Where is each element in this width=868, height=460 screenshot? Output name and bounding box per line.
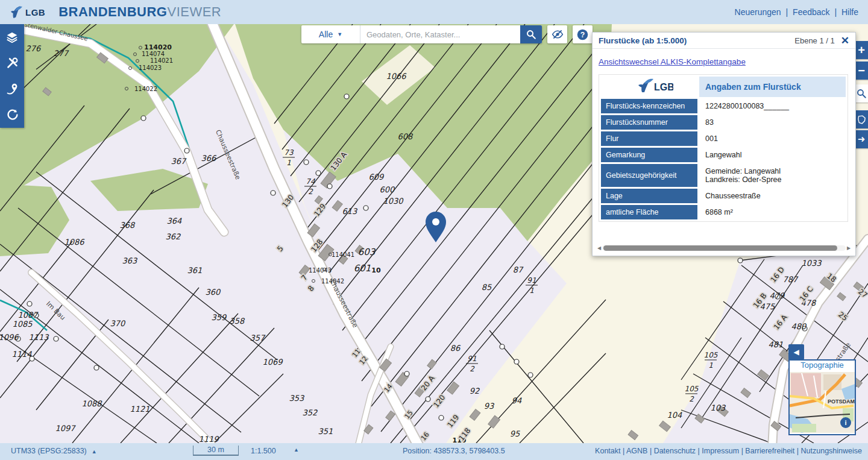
parcel-number-label: 114041 — [332, 251, 354, 258]
parcel-number-label: 370 — [110, 319, 127, 328]
row-label: Gebietszugehörigkeit — [601, 164, 697, 187]
parcel-number-label: 1114 — [11, 350, 32, 359]
scalebar-label: 30 m — [207, 446, 224, 454]
info-icon[interactable]: i — [840, 417, 851, 428]
row-value: 001 — [699, 131, 846, 146]
minimap-collapse-button[interactable]: ◀ — [788, 344, 804, 360]
link-kontakt[interactable]: Kontakt — [595, 447, 620, 455]
separator: | — [739, 447, 745, 455]
left-toolbar — [0, 24, 24, 128]
row-label: Lage — [601, 189, 697, 203]
scale-ratio: 1:1.500 — [251, 447, 276, 455]
minimap-city-label: POTSDAM — [828, 399, 855, 405]
help-icon: ? — [576, 28, 589, 41]
parcel-number-label: 1121 — [130, 405, 149, 414]
parcel-fraction-numerator: 91 — [467, 354, 476, 363]
parcel-number-label: 87 — [513, 265, 524, 274]
search-input[interactable] — [360, 25, 520, 43]
parcel-number-label: 361 — [187, 266, 203, 275]
minimap-panel[interactable]: Topographie POTSDAM i — [788, 359, 856, 435]
link-nutzungshinweise[interactable]: Nutzungshinweise — [801, 447, 862, 455]
parcel-number-label: 362 — [166, 232, 181, 241]
magnifier-icon — [856, 88, 867, 99]
search-icon — [526, 29, 536, 40]
layers-icon — [5, 31, 19, 44]
tools-button[interactable] — [0, 50, 24, 76]
hide-markers-button[interactable] — [547, 25, 567, 43]
svg-text:?: ? — [580, 30, 585, 39]
svg-text:LGB: LGB — [654, 82, 673, 92]
refresh-button[interactable] — [0, 102, 24, 128]
lgb-table-logo: LGB — [625, 77, 673, 95]
parcel-number-label: 480 — [791, 322, 808, 331]
table-header-cell: Angaben zum Flurstück — [699, 77, 846, 97]
separator: | — [620, 447, 626, 455]
link-feedback[interactable]: Feedback — [793, 7, 829, 17]
app-title: BRANDENBURGVIEWER — [58, 4, 221, 20]
parcel-number-label: 103 — [711, 403, 727, 412]
layers-button[interactable] — [0, 24, 24, 50]
parcel-number-label: 358 — [230, 317, 246, 326]
separator: | — [832, 7, 839, 17]
separator: | — [647, 447, 653, 455]
link-hilfe[interactable]: Hilfe — [841, 7, 858, 17]
parcel-fraction-denominator: 1 — [708, 361, 713, 370]
row-label: amtliche Fläche — [601, 205, 697, 219]
table-logo-cell: LGB — [601, 77, 697, 97]
parcel-number-label: 114021 — [150, 57, 173, 64]
row-value: Gemeinde: Langewahl Landkreis: Oder-Spre… — [699, 164, 846, 187]
parcel-number-label: 364 — [167, 216, 183, 225]
parcel-number-label: 603 — [358, 247, 376, 257]
scrollbar-thumb[interactable] — [603, 245, 837, 251]
lgb-logo-text: LGB — [25, 7, 45, 17]
parcel-number-label: 367 — [171, 157, 187, 166]
alkis-view-switch-link[interactable]: Ansichtswechsel ALKIS-Komplettangabe — [599, 57, 746, 66]
parcel-number-label: 1096 — [0, 333, 19, 342]
crs-selector[interactable]: UTM33 (EPSG:25833)▲ — [11, 447, 97, 455]
brandenburg-outline-icon — [857, 115, 867, 125]
row-value: 83 — [699, 115, 846, 130]
parcel-number-label: 787 — [783, 275, 799, 284]
parcel-fraction-numerator: 105 — [704, 351, 719, 359]
link-barrierefreiheit[interactable]: Barrierefreiheit — [745, 447, 794, 455]
scroll-right-icon[interactable]: ▶ — [846, 245, 852, 251]
parcel-number-label: 357 — [250, 333, 266, 342]
parcel-number-label: 613 — [342, 207, 359, 216]
parcel-number-label: 352 — [303, 408, 318, 417]
parcel-number-label: 114023 — [139, 65, 162, 71]
app-header: LGB BRANDENBURGVIEWER Neuerungen | Feedb… — [0, 0, 868, 24]
help-button[interactable]: ? — [573, 25, 593, 43]
parcel-number-label: 600 — [380, 185, 396, 194]
link-neuerungen[interactable]: Neuerungen — [735, 7, 781, 17]
parcel-number-label: 94 — [512, 396, 522, 405]
parcel-fraction-denominator: 1 — [286, 159, 291, 167]
plus-icon: + — [858, 43, 865, 57]
app-title-bold: BRANDENBURG — [58, 4, 167, 19]
lgb-leaf-icon — [8, 4, 24, 20]
parcel-number-label: 114074 — [142, 51, 165, 57]
refresh-icon — [6, 109, 19, 121]
row-value: Langewahl — [699, 148, 846, 162]
search-filter-dropdown[interactable]: Alle ▼ — [301, 25, 360, 43]
scroll-left-icon[interactable]: ◀ — [596, 245, 602, 251]
parcel-number-label: 353 — [289, 394, 306, 403]
parcel-number-label: 1085 — [12, 320, 33, 329]
search-button[interactable] — [520, 25, 542, 43]
parcel-number-label: 1033 — [801, 259, 822, 268]
scalebar: 30 m — [193, 446, 239, 456]
search-filter-label: Alle — [319, 30, 333, 39]
location-pin-button[interactable] — [0, 76, 24, 102]
parcel-number-label: 1097 — [55, 424, 76, 433]
close-icon[interactable]: ✕ — [841, 36, 849, 46]
separator: | — [784, 7, 791, 17]
parcel-number-label: 359 — [212, 313, 228, 322]
parcel-number-label: 601 — [354, 263, 371, 274]
scrollbar-track[interactable] — [602, 245, 846, 251]
link-agnb[interactable]: AGNB — [626, 447, 647, 455]
scale-selector-icon[interactable]: ▲ — [294, 447, 299, 453]
parcel-number-label: 1087 — [17, 310, 39, 320]
arrow-right-icon: ➜ — [858, 134, 866, 145]
link-impressum[interactable]: Impressum — [702, 447, 739, 455]
link-datenschutz[interactable]: Datenschutz — [654, 447, 696, 455]
panel-title: Flurstücke (ab 1:5.000) — [599, 36, 687, 45]
